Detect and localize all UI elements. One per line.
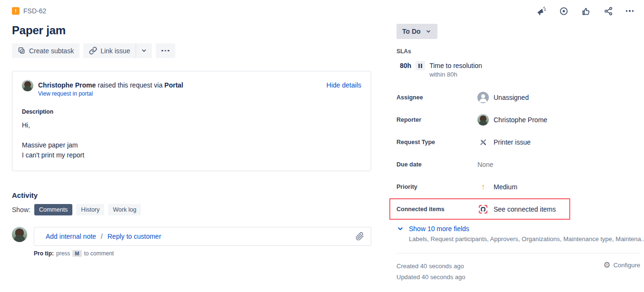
status-dropdown-button[interactable]: To Do xyxy=(396,24,437,39)
create-subtask-label: Create subtask xyxy=(29,47,74,55)
field-row-connected-items: Connected items xyxy=(396,203,640,216)
current-user-avatar xyxy=(12,227,27,242)
tools-icon xyxy=(477,138,489,146)
field-label: Reporter xyxy=(396,117,477,123)
chevron-down-icon xyxy=(425,28,432,35)
unassigned-avatar-icon xyxy=(477,92,489,103)
field-label: Request Type xyxy=(396,139,477,146)
reporter-value[interactable]: Christophe Prome xyxy=(477,114,547,126)
raised-via-text: raised this request via xyxy=(98,81,162,89)
configure-button[interactable]: ⚙ Configure xyxy=(603,261,640,269)
field-row-reporter: Reporter Christophe Prome xyxy=(396,113,640,127)
breadcrumb[interactable]: ! FSD-62 xyxy=(12,7,46,15)
attachment-paperclip-icon[interactable] xyxy=(356,232,364,241)
priority-value[interactable]: ↑ Medium xyxy=(477,183,517,191)
feedback-megaphone-icon[interactable] xyxy=(536,6,546,16)
request-type-value[interactable]: Printer issue xyxy=(477,138,531,146)
description-body[interactable]: Hi, Massive paper jam I can't print my r… xyxy=(22,120,361,160)
activity-filter-row: Show: Comments History Work log xyxy=(12,204,371,215)
show-label: Show: xyxy=(12,206,30,214)
field-label: Assignee xyxy=(396,94,477,101)
pro-tip-prefix: Pro tip: xyxy=(34,250,54,257)
view-request-in-portal-link[interactable]: View request in portal xyxy=(38,90,93,97)
issue-title[interactable]: Paper jam xyxy=(12,24,371,37)
request-type-text: Printer issue xyxy=(494,138,531,146)
issue-key-link[interactable]: FSD-62 xyxy=(23,7,46,15)
sla-section-heading: SLAs xyxy=(396,48,640,55)
activity-section: Activity Show: Comments History Work log… xyxy=(12,191,371,257)
sidebar-footer: Created 40 seconds ago Updated 40 second… xyxy=(396,261,640,282)
chevron-down-icon xyxy=(140,47,148,54)
field-row-assignee: Assignee Unassigned xyxy=(396,91,640,104)
pro-tip-suffix: to comment xyxy=(84,250,114,257)
issue-action-icons xyxy=(536,6,635,16)
field-label: Due date xyxy=(396,161,477,168)
field-list: Assignee Unassigned Reporter Christophe … xyxy=(396,91,640,216)
create-subtask-button[interactable]: Create subtask xyxy=(12,43,79,58)
show-more-fields: Show 10 more fields Labels, Request part… xyxy=(396,225,640,243)
hidden-fields-hint: Labels, Request participants, Approvers,… xyxy=(409,235,640,243)
issue-type-icon: ! xyxy=(12,7,20,15)
issue-timestamps: Created 40 seconds ago Updated 40 second… xyxy=(396,261,466,282)
reply-to-customer-link[interactable]: Reply to customer xyxy=(108,233,161,240)
more-actions-icon[interactable] xyxy=(626,10,634,12)
see-connected-items-link[interactable]: See connected items xyxy=(477,204,556,214)
field-row-due-date: Due date None xyxy=(396,158,640,171)
field-label: Priority xyxy=(396,184,477,190)
field-row-request-type: Request Type Printer issue xyxy=(396,136,640,149)
connected-items-icon xyxy=(477,204,489,214)
sla-time-remaining: 80h xyxy=(400,61,411,69)
reporter-avatar xyxy=(477,114,489,126)
request-channel: Portal xyxy=(164,81,183,89)
link-icon xyxy=(89,47,97,55)
toolbar-more-button[interactable] xyxy=(156,43,175,58)
request-details-card: Christophe Prome raised this request via… xyxy=(12,71,371,171)
tab-history[interactable]: History xyxy=(76,204,104,215)
add-internal-note-link[interactable]: Add internal note xyxy=(46,233,96,240)
activity-heading: Activity xyxy=(12,191,371,199)
issue-view: Paper jam Create subtask xyxy=(0,17,644,282)
description-label: Description xyxy=(22,108,361,115)
subtask-icon xyxy=(18,47,26,55)
hide-details-link[interactable]: Hide details xyxy=(327,80,361,89)
assignee-value[interactable]: Unassigned xyxy=(477,92,529,103)
sla-name: Time to resolution xyxy=(429,61,482,69)
comment-mode-separator: / xyxy=(101,233,103,240)
tab-comments[interactable]: Comments xyxy=(34,204,72,215)
top-bar: ! FSD-62 xyxy=(0,0,644,17)
request-card-header: Christophe Prome raised this request via… xyxy=(22,80,361,97)
watch-eye-icon[interactable] xyxy=(559,6,569,16)
link-issue-button[interactable]: Link issue xyxy=(83,43,136,58)
comment-mode-links: Add internal note / Reply to customer xyxy=(46,233,161,240)
tab-work-log[interactable]: Work log xyxy=(108,204,141,215)
raised-request-line: Christophe Prome raised this request via… xyxy=(38,80,183,89)
priority-medium-icon: ↑ xyxy=(479,183,487,191)
show-more-fields-link[interactable]: Show 10 more fields xyxy=(396,225,640,233)
due-date-value[interactable]: None xyxy=(477,161,493,168)
sla-detail: Time to resolution within 80h xyxy=(429,61,482,78)
priority-text: Medium xyxy=(494,183,517,191)
gear-icon: ⚙ xyxy=(603,261,610,269)
vote-thumbs-up-icon[interactable] xyxy=(581,6,591,16)
description-line: I can't print my report xyxy=(22,150,361,160)
description-line: Massive paper jam xyxy=(22,140,361,150)
raised-request-block: Christophe Prome raised this request via… xyxy=(38,80,183,97)
field-label: Connected items xyxy=(396,206,477,213)
field-row-priority: Priority ↑ Medium xyxy=(396,180,640,194)
connected-items-text: See connected items xyxy=(494,205,556,213)
link-issue-dropdown-button[interactable] xyxy=(136,43,152,58)
ellipsis-icon xyxy=(626,10,634,12)
show-more-label: Show 10 more fields xyxy=(409,225,469,233)
pro-tip-press: press xyxy=(56,250,70,257)
assignee-text: Unassigned xyxy=(494,94,529,101)
created-timestamp: Created 40 seconds ago xyxy=(396,261,466,272)
link-issue-label: Link issue xyxy=(100,47,130,55)
share-icon[interactable] xyxy=(604,6,614,16)
issue-sidebar: To Do SLAs 80h Time to resolution within… xyxy=(396,17,640,282)
link-issue-split-button: Link issue xyxy=(83,43,152,58)
comment-input[interactable]: Add internal note / Reply to customer xyxy=(34,227,371,246)
reporter-avatar xyxy=(22,80,33,91)
ellipsis-icon xyxy=(161,50,169,52)
chevron-down-icon xyxy=(396,225,404,233)
sla-row: 80h Time to resolution within 80h xyxy=(400,61,640,78)
